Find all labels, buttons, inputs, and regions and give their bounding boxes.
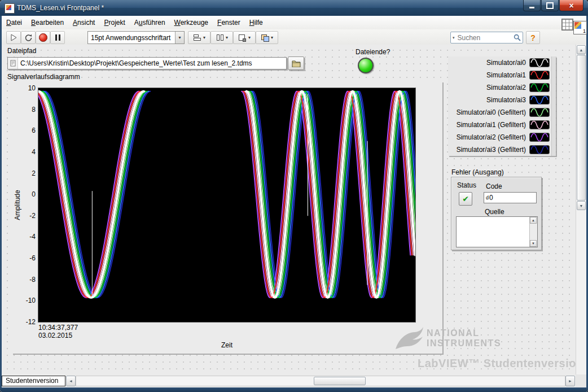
waveform-chart[interactable]: 1086420-2-4-6-8-10-12 Amplitude 10:34:37… bbox=[12, 81, 442, 354]
legend-item[interactable]: Simulator/ai3 bbox=[448, 94, 556, 106]
align-objects-icon bbox=[193, 34, 201, 41]
pause-button[interactable] bbox=[50, 31, 65, 44]
font-selector[interactable]: 15pt Anwendungsschriftart ▾ bbox=[87, 31, 185, 44]
edition-tab[interactable]: Studentenversion bbox=[2, 376, 65, 386]
help-icon: ? bbox=[530, 33, 536, 42]
scroll-up-button[interactable]: ▲ bbox=[577, 45, 586, 54]
y-tick-label: 8 bbox=[16, 106, 36, 114]
search-history-icon[interactable]: ▾ bbox=[451, 36, 457, 40]
legend-plot-glyph-icon[interactable] bbox=[529, 58, 550, 67]
browse-button[interactable] bbox=[288, 56, 304, 70]
run-icon bbox=[10, 34, 17, 41]
menu-item-bearbeiten[interactable]: Bearbeiten bbox=[27, 16, 68, 29]
horizontal-scrollbar[interactable] bbox=[76, 376, 565, 386]
legend-plot-glyph-icon[interactable] bbox=[529, 120, 550, 129]
app-icon bbox=[5, 3, 15, 14]
code-label: Code bbox=[486, 182, 502, 190]
legend-item-label: Simulator/ai1 (Gefiltert) bbox=[457, 121, 526, 129]
window-controls: × bbox=[523, 0, 583, 11]
legend-plot-glyph-icon[interactable] bbox=[529, 145, 550, 154]
legend-plot-glyph-icon[interactable] bbox=[529, 133, 550, 142]
reorder-icon bbox=[261, 34, 269, 41]
legend-plot-glyph-icon[interactable] bbox=[529, 83, 550, 92]
scroll-up-icon[interactable]: ▲ bbox=[530, 217, 537, 224]
y-axis-label: Amplitude bbox=[14, 190, 21, 220]
scroll-right-button[interactable]: ► bbox=[565, 376, 575, 386]
menu-item-hilfe[interactable]: Hilfe bbox=[245, 16, 267, 29]
legend-item[interactable]: Simulator/ai1 bbox=[448, 69, 556, 81]
legend-plot-glyph-icon[interactable] bbox=[529, 71, 550, 80]
chevron-down-icon[interactable]: ▾ bbox=[175, 32, 184, 43]
pause-icon bbox=[55, 34, 60, 41]
legend-item[interactable]: Simulator/ai2 bbox=[448, 81, 556, 94]
path-symbol-icon bbox=[8, 58, 18, 69]
y-tick-label: -6 bbox=[16, 254, 36, 262]
legend-item-label: Simulator/ai2 (Gefiltert) bbox=[457, 133, 526, 141]
vi-badge: 1 bbox=[583, 28, 586, 34]
code-field[interactable]: d0 bbox=[484, 192, 537, 203]
legend-item-label: Simulator/ai3 (Gefiltert) bbox=[457, 146, 526, 154]
menubar: DateiBearbeitenAnsichtProjektAusführenWe… bbox=[2, 16, 586, 30]
legend-item[interactable]: Simulator/ai2 (Gefiltert) bbox=[448, 131, 556, 143]
chevron-down-icon: ▾ bbox=[203, 35, 205, 40]
y-tick-label: -10 bbox=[16, 297, 36, 304]
menu-item-werkzeuge[interactable]: Werkzeuge bbox=[170, 16, 213, 29]
align-objects-dropdown[interactable]: ▾ bbox=[188, 31, 210, 44]
run-button[interactable] bbox=[6, 31, 21, 44]
help-button[interactable]: ? bbox=[526, 31, 540, 44]
distribute-objects-dropdown[interactable]: ▾ bbox=[210, 31, 233, 44]
legend-item[interactable]: Simulator/ai1 (Gefiltert) bbox=[448, 119, 556, 131]
source-scrollbar[interactable]: ▲ ▼ bbox=[529, 217, 537, 247]
x-axis-label: Zeit bbox=[38, 341, 416, 349]
scroll-down-icon[interactable]: ▼ bbox=[530, 240, 537, 247]
search-icon[interactable] bbox=[514, 34, 521, 41]
y-tick-label: -12 bbox=[16, 318, 36, 326]
menu-item-ansicht[interactable]: Ansicht bbox=[68, 16, 99, 29]
filepath-control[interactable]: C:\Users\Kristin\Desktop\Projekt\Gespeic… bbox=[7, 57, 287, 69]
menu-item-fenster[interactable]: Fenster bbox=[213, 16, 245, 29]
vertical-scrollbar-thumb[interactable] bbox=[577, 55, 586, 201]
folder-icon bbox=[292, 60, 301, 67]
search-input[interactable] bbox=[457, 33, 512, 42]
vi-icon[interactable]: 1 bbox=[573, 21, 587, 34]
maximize-button[interactable] bbox=[541, 0, 559, 11]
check-icon: ✔ bbox=[462, 194, 469, 203]
source-field[interactable]: ▲ ▼ bbox=[456, 216, 538, 247]
legend-scrollbar[interactable] bbox=[551, 56, 556, 156]
close-button[interactable]: × bbox=[559, 0, 583, 11]
dateiende-led[interactable] bbox=[358, 58, 374, 73]
source-label: Quelle bbox=[485, 208, 504, 216]
tile-windows-icon[interactable] bbox=[561, 19, 573, 31]
menu-item-ausführen[interactable]: Ausführen bbox=[130, 16, 170, 29]
search-box[interactable]: ▾ bbox=[450, 32, 523, 43]
legend-item[interactable]: Simulator/ai3 (Gefiltert) bbox=[448, 143, 556, 156]
run-continuously-icon bbox=[24, 34, 33, 42]
chart-canvas bbox=[38, 88, 415, 322]
toolbar: 15pt Anwendungsschriftart ▾ ▾ ▾ ▾ ▾ ▾ ? bbox=[2, 29, 586, 45]
status-indicator[interactable]: ✔ bbox=[459, 192, 472, 206]
labview-window: TDMS_Lesen.vi Frontpanel * × DateiBearbe… bbox=[0, 0, 588, 392]
reorder-dropdown[interactable]: ▾ bbox=[256, 31, 278, 44]
plot-area[interactable] bbox=[38, 88, 416, 323]
titlebar[interactable]: TDMS_Lesen.vi Frontpanel * × bbox=[0, 0, 588, 16]
minimize-button[interactable] bbox=[523, 0, 541, 11]
vertical-scrollbar[interactable]: ▲ ▼ bbox=[576, 45, 586, 374]
window-title: TDMS_Lesen.vi Frontpanel * bbox=[17, 4, 104, 12]
status-label: Status bbox=[457, 181, 476, 189]
horizontal-scrollbar-thumb[interactable] bbox=[314, 377, 366, 385]
legend-plot-glyph-icon[interactable] bbox=[529, 108, 550, 117]
scroll-down-button[interactable]: ▼ bbox=[577, 201, 586, 210]
legend-item-label: Simulator/ai3 bbox=[486, 96, 526, 104]
menu-item-datei[interactable]: Datei bbox=[2, 16, 27, 29]
error-cluster-label: Fehler (Ausgang) bbox=[451, 168, 504, 176]
legend-plot-glyph-icon[interactable] bbox=[529, 95, 550, 104]
run-continuously-button[interactable] bbox=[21, 31, 36, 44]
scroll-left-button[interactable]: ◄ bbox=[66, 376, 76, 386]
abort-button[interactable] bbox=[36, 31, 50, 44]
window-border[interactable] bbox=[0, 387, 588, 392]
legend-item[interactable]: Simulator/ai0 (Gefiltert) bbox=[448, 106, 556, 119]
legend-item-label: Simulator/ai0 (Gefiltert) bbox=[457, 108, 526, 116]
legend-item[interactable]: Simulator/ai0 bbox=[448, 56, 556, 69]
resize-objects-dropdown[interactable]: ▾ bbox=[233, 31, 256, 44]
menu-item-projekt[interactable]: Projekt bbox=[99, 16, 129, 29]
